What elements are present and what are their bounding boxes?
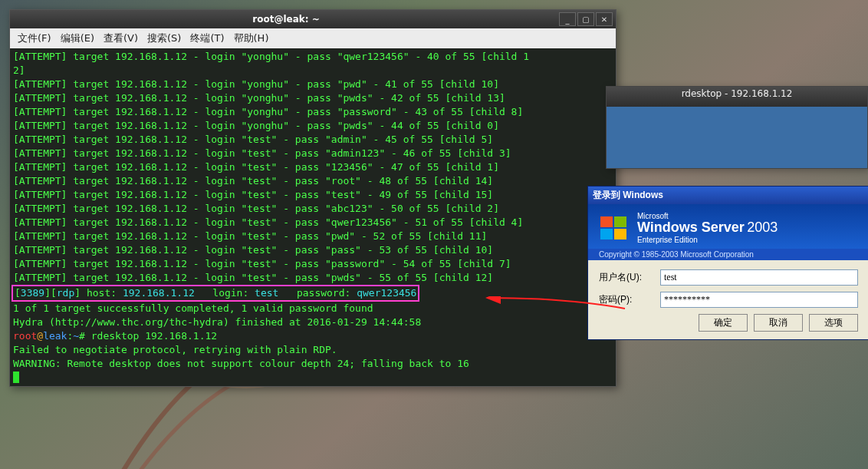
username-label: 用户名(U): xyxy=(599,271,660,284)
svg-rect-2 xyxy=(600,216,613,227)
login-copyright: Copyright © 1985-2003 Microsoft Corporat… xyxy=(588,249,868,260)
banner-product: Windows Server xyxy=(637,220,745,235)
terminal-window: root@leak: ~ _ ▢ ✕ 文件(F) 编辑(E) 查看(V) 搜索(… xyxy=(9,9,616,387)
terminal-title: root@leak: ~ xyxy=(252,14,320,25)
login-caption-windows: Windows xyxy=(623,190,663,200)
terminal-output[interactable]: [ATTEMPT] target 192.168.1.12 - login "y… xyxy=(10,48,616,386)
banner-year: 2003 xyxy=(747,220,778,235)
rdesktop-title: rdesktop - 192.168.1.12 xyxy=(682,88,793,99)
windows-login-dialog: 登录到 Windows Microsoft Windows Server 200… xyxy=(587,186,868,340)
password-label: 密码(P): xyxy=(599,293,660,306)
rdesktop-window: rdesktop - 192.168.1.12 xyxy=(606,86,868,169)
close-button[interactable]: ✕ xyxy=(596,12,613,26)
login-form: 用户名(U): 密码(P): 确定 取消 选项 xyxy=(588,260,868,339)
terminal-menubar: 文件(F) 编辑(E) 查看(V) 搜索(S) 终端(T) 帮助(H) xyxy=(10,28,616,48)
svg-rect-5 xyxy=(614,229,626,239)
menu-view[interactable]: 查看(V) xyxy=(100,31,141,46)
login-caption-prefix: 登录到 xyxy=(593,190,620,200)
options-button[interactable]: 选项 xyxy=(809,314,858,332)
rdesktop-body xyxy=(607,107,867,168)
minimize-button[interactable]: _ xyxy=(559,12,576,26)
svg-rect-3 xyxy=(614,216,626,227)
banner-edition: Enterprise Edition xyxy=(637,236,778,244)
menu-file[interactable]: 文件(F) xyxy=(15,31,54,46)
username-input[interactable] xyxy=(660,269,858,286)
login-caption[interactable]: 登录到 Windows xyxy=(588,187,868,204)
windows-flag-icon xyxy=(599,215,630,241)
login-banner: Microsoft Windows Server 2003 Enterprise… xyxy=(588,204,868,249)
ok-button[interactable]: 确定 xyxy=(699,314,748,332)
menu-search[interactable]: 搜索(S) xyxy=(144,31,184,46)
terminal-titlebar[interactable]: root@leak: ~ _ ▢ ✕ xyxy=(10,10,616,28)
svg-rect-4 xyxy=(600,229,613,239)
menu-terminal[interactable]: 终端(T) xyxy=(187,31,227,46)
cancel-button[interactable]: 取消 xyxy=(754,314,803,332)
maximize-button[interactable]: ▢ xyxy=(577,12,594,26)
rdesktop-titlebar[interactable]: rdesktop - 192.168.1.12 xyxy=(607,87,867,107)
menu-edit[interactable]: 编辑(E) xyxy=(58,31,97,46)
password-input[interactable] xyxy=(660,292,858,308)
menu-help[interactable]: 帮助(H) xyxy=(231,31,272,46)
